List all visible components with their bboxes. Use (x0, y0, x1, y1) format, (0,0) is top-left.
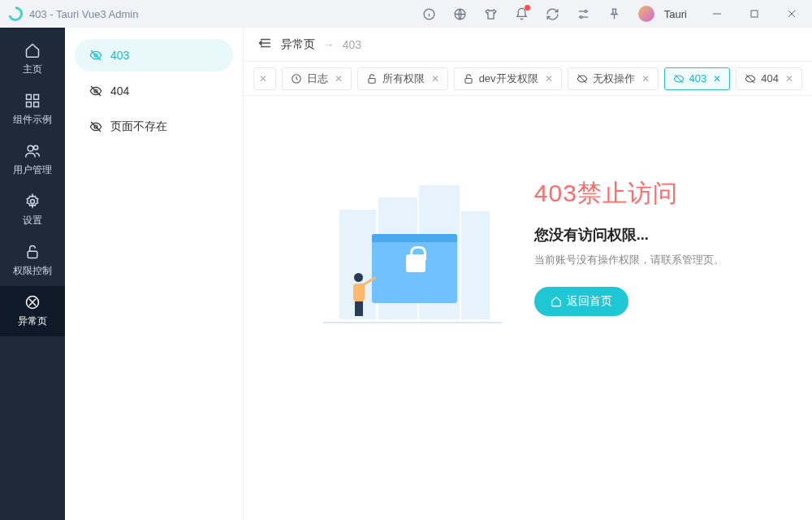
error-illustration (331, 177, 494, 340)
svg-rect-10 (26, 95, 31, 100)
eye-off-icon (89, 49, 102, 62)
home-icon (551, 296, 562, 307)
svg-rect-17 (28, 251, 37, 258)
pin-icon[interactable] (603, 2, 627, 26)
eye-off-icon (89, 120, 102, 133)
rail-label: 用户管理 (13, 163, 52, 177)
lock-icon (366, 73, 378, 84)
rail-label: 设置 (23, 214, 42, 228)
close-icon[interactable]: ✕ (545, 73, 553, 84)
gear-icon (24, 193, 41, 210)
rail-label: 主页 (23, 63, 42, 76)
svg-rect-7 (751, 11, 758, 17)
rail-permissions[interactable]: 权限控制 (0, 236, 65, 286)
svg-rect-32 (465, 78, 472, 83)
tab-fragment[interactable]: ✕ (253, 67, 276, 90)
submenu-403[interactable]: 403 (75, 39, 233, 72)
eye-off-icon (577, 73, 588, 84)
eye-off-icon (673, 73, 685, 84)
tab-dev-perm[interactable]: dev开发权限✕ (454, 67, 562, 90)
collapse-menu-icon[interactable] (258, 36, 273, 53)
close-icon[interactable]: ✕ (641, 73, 650, 84)
breadcrumb-separator: → (323, 38, 335, 51)
submenu-404[interactable]: 404 (75, 75, 233, 107)
close-icon[interactable]: ✕ (785, 73, 793, 84)
svg-rect-13 (34, 102, 39, 107)
rail-settings[interactable]: 设置 (0, 185, 65, 236)
tab-noauth[interactable]: 无权操作✕ (568, 67, 659, 90)
svg-point-14 (28, 145, 33, 151)
back-home-button[interactable]: 返回首页 (534, 287, 628, 316)
minimize-button[interactable] (702, 2, 732, 26)
breadcrumb-group[interactable]: 异常页 (281, 37, 315, 52)
svg-point-4 (585, 10, 587, 12)
content-area: 403禁止访问 您没有访问权限... 当前账号没有操作权限，请联系管理页。 返回… (244, 96, 812, 520)
close-button[interactable] (776, 2, 807, 26)
lock-icon (24, 244, 41, 260)
nav-rail: 主页 组件示例 用户管理 设置 权限控制 异常页 (0, 28, 65, 520)
avatar[interactable] (638, 6, 654, 22)
submenu-notfound[interactable]: 页面不存在 (75, 110, 233, 143)
error-message: 403禁止访问 您没有访问权限... 当前账号没有操作权限，请联系管理页。 返回… (534, 177, 724, 316)
error-description: 当前账号没有操作权限，请联系管理页。 (534, 253, 724, 267)
home-icon (24, 42, 41, 58)
tab-404[interactable]: 404✕ (736, 67, 802, 90)
eye-off-icon (89, 84, 102, 98)
submenu-label: 404 (110, 84, 129, 98)
clock-icon (291, 73, 302, 84)
tab-log[interactable]: 日志✕ (282, 67, 352, 90)
main-area: 异常页 → 403 ✕ 日志✕ 所有权限✕ dev开发权限✕ 无权操作✕ 403… (244, 28, 812, 520)
rail-errors[interactable]: 异常页 (0, 286, 65, 336)
svg-point-16 (30, 200, 34, 204)
users-icon (24, 143, 41, 159)
svg-point-15 (34, 145, 38, 150)
submenu-label: 页面不存在 (110, 119, 167, 134)
maximize-button[interactable] (739, 2, 770, 26)
grid-icon (24, 93, 41, 109)
settings-toggle-icon[interactable] (572, 2, 596, 26)
error-heading: 您没有访问权限... (534, 225, 724, 245)
breadcrumb-page: 403 (343, 38, 361, 51)
info-icon[interactable] (417, 2, 442, 26)
close-icon[interactable]: ✕ (713, 73, 721, 84)
window-title: 403 - Tauri Vue3 Admin (29, 8, 138, 20)
svg-rect-12 (26, 102, 31, 107)
app-logo-icon (8, 6, 23, 21)
tab-403[interactable]: 403✕ (664, 67, 731, 90)
shirt-icon[interactable] (479, 2, 503, 26)
refresh-icon[interactable] (541, 2, 565, 26)
close-icon[interactable]: ✕ (431, 73, 439, 84)
lock-icon (463, 73, 474, 84)
rail-users[interactable]: 用户管理 (0, 135, 65, 185)
bell-icon[interactable] (510, 2, 534, 26)
close-icon[interactable]: ✕ (259, 73, 267, 84)
submenu-label: 403 (110, 49, 129, 62)
eye-off-icon (745, 73, 756, 84)
titlebar: 403 - Tauri Vue3 Admin Tauri (0, 0, 812, 28)
rail-label: 组件示例 (13, 113, 52, 127)
error-code-title: 403禁止访问 (534, 177, 724, 210)
svg-rect-11 (34, 95, 39, 100)
svg-point-5 (581, 15, 583, 18)
rail-label: 权限控制 (13, 264, 52, 278)
breadcrumb: 异常页 → 403 (244, 28, 812, 62)
rail-label: 异常页 (18, 314, 47, 328)
denied-icon (24, 294, 41, 310)
globe-icon[interactable] (448, 2, 473, 26)
username[interactable]: Tauri (664, 8, 687, 20)
submenu: 403 404 页面不存在 (65, 28, 244, 520)
rail-components[interactable]: 组件示例 (0, 84, 65, 135)
svg-rect-31 (369, 78, 375, 83)
tab-all-perm[interactable]: 所有权限✕ (357, 67, 448, 90)
rail-home[interactable]: 主页 (0, 34, 65, 84)
close-icon[interactable]: ✕ (335, 73, 343, 84)
tab-bar: ✕ 日志✕ 所有权限✕ dev开发权限✕ 无权操作✕ 403✕ 404✕ (244, 62, 812, 96)
